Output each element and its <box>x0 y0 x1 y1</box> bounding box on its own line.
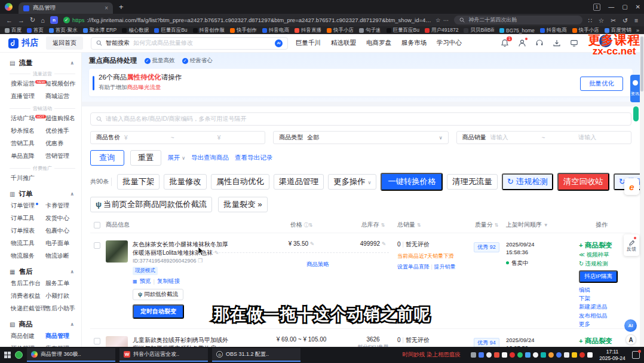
bookmark-item[interactable]: 首页 <box>27 27 44 34</box>
bookmark-item[interactable]: 用户491872 <box>425 27 458 34</box>
sidebar-item[interactable]: 物流工具 <box>11 239 45 248</box>
forward-icon[interactable]: → <box>18 17 24 24</box>
sidebar-section-header[interactable]: ▤ 流量 ∧ <box>10 56 81 69</box>
chevron-up-icon[interactable]: ∧ <box>70 191 75 197</box>
product-fission-link[interactable]: + 商品裂变 <box>579 240 612 251</box>
download-workbench-icon[interactable] <box>553 39 561 47</box>
screenshot-icon[interactable]: ✂ <box>611 17 616 24</box>
bookmark-item[interactable]: 巨量百应Bu <box>387 27 419 34</box>
sidebar-item[interactable]: 秒杀报名 <box>11 127 45 135</box>
col-price[interactable]: 价格 ⓘ⇅ <box>249 221 354 229</box>
notification-center-icon[interactable] <box>632 351 640 359</box>
product-fission-link[interactable]: + 商品裂变 <box>579 336 612 346</box>
convert-price-button[interactable]: 一键转换价格 <box>381 173 443 191</box>
col-sales[interactable]: 总销量 ⇅ <box>392 221 467 229</box>
sidebar-item[interactable]: 售后工作台 <box>11 279 45 288</box>
row-checkbox[interactable] <box>94 338 100 344</box>
browser-logo-icon[interactable] <box>5 3 13 11</box>
col-quality[interactable]: 质量分 ⇅ <box>467 221 506 229</box>
hot-search-box[interactable]: 神舟二十第四次出舱 <box>454 16 582 25</box>
tray-icon[interactable] <box>533 352 538 358</box>
toolbar-button[interactable]: 渠道品管理 <box>274 174 324 190</box>
tray-icon[interactable] <box>479 352 484 358</box>
taskbar-clock[interactable]: 17:11 2025-09-24 <box>597 349 628 361</box>
sidebar-item[interactable]: 包裹中心 <box>45 227 78 235</box>
news-widget[interactable]: 资讯 <box>630 75 640 102</box>
batch-fission-button[interactable]: 批量裂变 » <box>218 197 267 212</box>
tray-icon[interactable] <box>494 352 499 358</box>
query-button[interactable]: 查询 <box>90 150 124 166</box>
header-nav-item[interactable]: 精选联盟 <box>331 39 356 47</box>
chevron-up-icon[interactable]: ∧ <box>70 60 75 66</box>
product-title[interactable]: 儿童新款奥拉绒开衫刺绣马甲加绒外穿洋气加厚保暖立领秋冬季坎肩 ✎ <box>133 336 233 347</box>
tray-icon[interactable] <box>510 352 515 358</box>
empty-recycle-button[interactable]: 清空回收站 <box>557 173 609 191</box>
preview-link[interactable]: 预览 <box>140 277 151 285</box>
sidebar-item[interactable]: 订单管理 <box>11 202 45 210</box>
tray-icon[interactable] <box>587 352 593 358</box>
bookmark-item[interactable]: 百度营销 <box>605 27 631 34</box>
sidebar-item[interactable]: 物流诊断 <box>45 252 78 260</box>
sidebar-item[interactable]: 营销管理 <box>45 152 78 160</box>
sidebar-item[interactable]: 直播管理 <box>11 92 45 100</box>
bookmark-item[interactable]: 抖音电商 <box>540 27 567 34</box>
toolbar-button[interactable]: 属性自动优化 <box>211 174 269 190</box>
product-strategy-link[interactable]: 商品策略 <box>306 261 329 269</box>
sidebar-item[interactable]: 服务工单 <box>45 279 78 288</box>
toolbar-button[interactable]: 批量下架 <box>117 174 160 190</box>
extension-icon[interactable]: n <box>50 16 58 24</box>
product-search-input[interactable]: 请输入商品名称/商品ID/商家编码，多条可用逗号隔开 <box>90 112 631 126</box>
menu-icon[interactable]: ≡ <box>634 17 638 24</box>
maximize-button[interactable]: ▢ <box>622 4 627 10</box>
bookmark-item[interactable]: 巨量百应Bu <box>154 27 187 34</box>
clean-traffic-button[interactable]: 清理无流量 <box>447 174 498 190</box>
product-image[interactable] <box>106 336 128 347</box>
security-tray-icon[interactable] <box>15 351 23 359</box>
live-monitor-icon[interactable] <box>570 39 578 47</box>
header-nav-item[interactable]: 服务市场 <box>401 39 427 47</box>
bookmark-item[interactable]: 快手创作 <box>230 27 257 34</box>
bookmark-item[interactable]: 首页·聚水 <box>49 27 78 34</box>
bookmark-item[interactable]: 快手小店 <box>572 27 599 34</box>
smart-search-input[interactable]: 智能搜索 如何完成商品批量修改 AI <box>91 37 288 50</box>
copy-icon[interactable]: ❐ <box>198 258 203 264</box>
close-button[interactable]: ✕ <box>636 4 640 10</box>
sidebar-item[interactable]: 短视频创作 <box>45 80 78 88</box>
taskbar-app-obs[interactable]: ◎ OBS 31.1.2 配置.. <box>212 348 300 362</box>
start-button[interactable] <box>4 352 11 358</box>
account-icon[interactable] <box>518 39 526 47</box>
favorites-icon[interactable]: ☆ <box>599 17 604 24</box>
refresh-icon[interactable]: ↻ <box>30 16 35 24</box>
tray-icon[interactable] <box>556 352 562 358</box>
chevron-up-icon[interactable]: ∧ <box>70 269 75 274</box>
taskbar-app-browser[interactable]: 商品管理 360极.. <box>27 348 115 362</box>
tray-icon[interactable] <box>541 352 546 358</box>
bookmark-item[interactable]: 抖音电商 <box>262 27 289 34</box>
quality-badge[interactable]: 优秀 92 <box>474 242 499 252</box>
customer-service-icon[interactable] <box>535 39 544 47</box>
product-image[interactable] <box>106 240 128 263</box>
toolbar-button[interactable]: 批量修改 <box>164 174 206 190</box>
tray-icon[interactable] <box>486 352 492 358</box>
price-range-filter[interactable]: 商品售价¥ ~ ¥ <box>90 131 265 144</box>
undo-icon[interactable]: ↺ <box>622 17 628 24</box>
new-tab-button[interactable]: + <box>119 2 124 11</box>
intercept-all-button[interactable]: ψ当前页全部商品同款低价截流 <box>90 197 212 212</box>
tray-icon[interactable] <box>572 352 577 358</box>
sidebar-item[interactable]: 物流服务 <box>11 252 45 260</box>
tab-close-icon[interactable]: × <box>105 5 108 11</box>
tray-icon[interactable] <box>579 352 585 358</box>
violation-check-link[interactable]: ↻ 违规检测 <box>579 260 608 268</box>
page-scrollbar[interactable] <box>640 34 644 347</box>
tray-icon[interactable] <box>525 352 530 358</box>
sidebar-item[interactable]: 千川推广 <box>11 174 45 182</box>
copy-link[interactable]: 复制链接 <box>157 277 180 285</box>
select-all-checkbox[interactable] <box>94 222 100 228</box>
product-title[interactable]: 灰色抹茶女长筒小腿袜堆袜秋冬加厚保暖洛丽塔Lolita堆堆抹茶色袜 ✎ <box>133 240 233 257</box>
doudian-logo[interactable]: 抖店 <box>8 38 38 48</box>
bell-icon[interactable]: 1 <box>501 39 509 47</box>
sidebar-item[interactable]: 超值购报名 <box>45 114 78 123</box>
col-stock[interactable]: 总库存 ⇅ <box>354 221 392 229</box>
sidebar-item[interactable]: 商品管理 <box>45 332 78 340</box>
sidebar-section-header[interactable]: ▥ 订单 ∧ <box>10 187 81 200</box>
